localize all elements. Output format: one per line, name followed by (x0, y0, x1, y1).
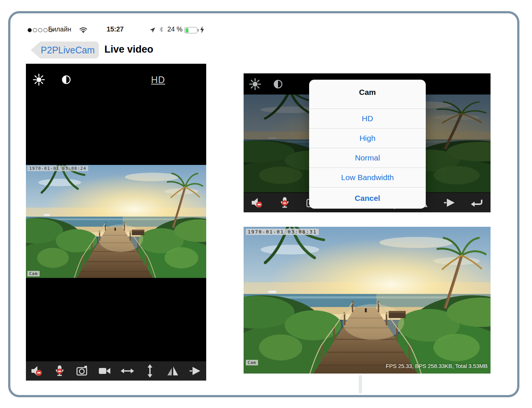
play-button[interactable] (188, 364, 202, 378)
mute-microphone-button[interactable] (278, 196, 291, 209)
return-button[interactable] (470, 196, 484, 209)
move-horizontal-button[interactable] (121, 364, 134, 378)
quality-action-sheet: Cam HD High Normal Low Bandwidth Cancel (309, 80, 426, 209)
video-stream: 1970-01-01 03:08:31 Cam FPS 25.33, BPS 2… (244, 227, 491, 374)
back-button-label: P2PLiveCam (41, 45, 95, 56)
carrier-label: Билайн (48, 26, 71, 33)
move-vertical-button[interactable] (143, 364, 157, 378)
mute-speaker-button[interactable] (30, 364, 44, 378)
portrait-live-view: HD 1970-01-01 03:08:24 Cam (26, 64, 206, 381)
option-hd[interactable]: HD (309, 109, 426, 128)
hd-quality-button[interactable]: HD (151, 74, 165, 85)
option-normal[interactable]: Normal (309, 148, 426, 167)
back-button[interactable]: P2PLiveCam (31, 42, 99, 59)
video-stream: 1970-01-01 03:08:24 Cam (26, 165, 206, 278)
brightness-icon[interactable] (249, 78, 261, 90)
snapshot-button[interactable] (76, 364, 89, 378)
charging-bolt-icon (200, 26, 204, 33)
contrast-icon[interactable] (272, 78, 284, 90)
page-scroll-artifact (359, 375, 362, 394)
mute-microphone-button[interactable] (53, 364, 66, 378)
landscape-live-view-with-dialog: Cam HD High Normal Low Bandwidth Cancel (244, 73, 491, 212)
camera-toolbar (26, 361, 206, 381)
cancel-button[interactable]: Cancel (309, 187, 426, 209)
contrast-icon[interactable] (60, 73, 73, 86)
page-title: Live video (104, 44, 153, 55)
location-arrow-icon (150, 27, 155, 33)
option-low-bandwidth[interactable]: Low Bandwidth (309, 167, 426, 187)
stream-stats-overlay: FPS 25.33, BPS 258.33KB, Total 3.53MB (386, 363, 488, 369)
bluetooth-icon (159, 26, 164, 33)
option-high[interactable]: High (309, 128, 426, 148)
landscape-live-view: 1970-01-01 03:08:31 Cam FPS 25.33, BPS 2… (244, 227, 491, 374)
play-button[interactable] (443, 196, 456, 209)
brightness-icon[interactable] (33, 73, 45, 86)
beach-boardwalk-image (244, 227, 491, 374)
flip-horizontal-button[interactable] (166, 364, 179, 378)
timestamp-overlay: 1970-01-01 03:08:31 (246, 229, 319, 235)
timestamp-overlay: 1970-01-01 03:08:24 (27, 166, 88, 171)
battery-fill (185, 28, 188, 33)
battery-nub (198, 29, 199, 31)
action-sheet-title: Cam (309, 80, 426, 109)
wifi-icon (79, 27, 87, 33)
camera-name-overlay: Cam (27, 271, 40, 276)
mute-speaker-button[interactable] (251, 196, 264, 209)
record-video-button[interactable] (98, 364, 111, 378)
beach-boardwalk-image (26, 165, 206, 278)
battery-icon (184, 27, 197, 33)
clock-label: 15:27 (107, 26, 124, 33)
camera-name-overlay: Cam (246, 360, 258, 365)
battery-percent-label: 24 % (167, 26, 183, 33)
